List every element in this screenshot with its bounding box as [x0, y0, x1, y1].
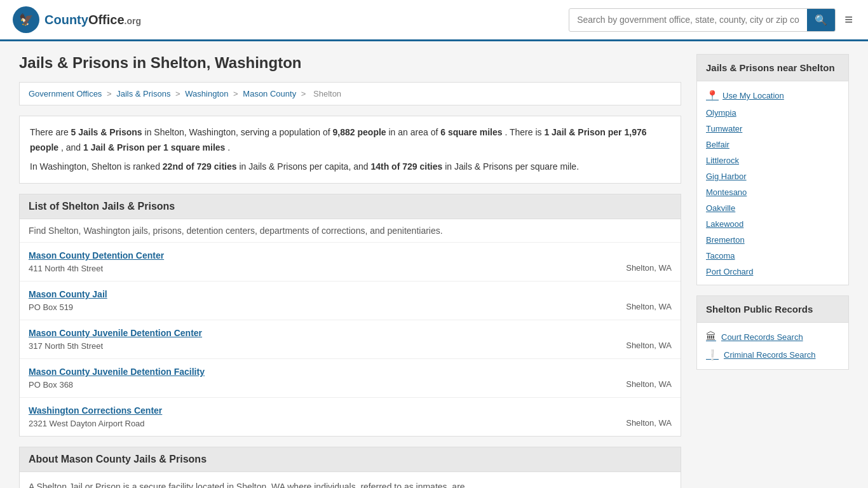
facility-address: PO Box 368 — [29, 380, 73, 390]
list-description: Find Shelton, Washington jails, prisons,… — [20, 219, 681, 243]
facility-name[interactable]: Mason County Jail — [29, 289, 613, 299]
sidebar-city-link[interactable]: Olympia — [697, 105, 848, 121]
header: 🦅 CountyOffice.org 🔍 ≡ — [0, 0, 868, 41]
rank-1: 22nd of 729 cities — [163, 161, 237, 172]
population: 9,882 people — [333, 127, 386, 137]
public-record-link[interactable]: 🏛Court Records Search — [697, 328, 848, 346]
facility-name[interactable]: Mason County Detention Center — [29, 250, 613, 261]
per-sq: 1 Jail & Prison per 1 square miles — [83, 142, 225, 152]
facility-name[interactable]: Mason County Juvenile Detention Center — [29, 328, 613, 338]
facility-info: Mason County Detention Center 411 North … — [29, 250, 613, 273]
search-bar: 🔍 — [569, 8, 836, 32]
table-row: Washington Corrections Center 2321 West … — [20, 398, 681, 436]
search-input[interactable] — [569, 10, 807, 30]
facility-list-container: Find Shelton, Washington jails, prisons,… — [19, 219, 681, 437]
facility-city: Shelton, WA — [613, 250, 672, 273]
table-row: Mason County Juvenile Detention Facility… — [20, 359, 681, 398]
facility-city: Shelton, WA — [613, 328, 672, 350]
public-records-links: 🏛Court Records Search❕Criminal Records S… — [697, 323, 848, 369]
info-block: There are 5 Jails & Prisons in Shelton, … — [19, 116, 681, 184]
facility-city: Shelton, WA — [613, 367, 672, 389]
use-location-label: Use My Location — [722, 91, 784, 100]
sidebar-city-link[interactable]: Bremerton — [697, 232, 848, 248]
table-row: Mason County Jail PO Box 519 Shelton, WA — [20, 281, 681, 320]
breadcrumb-gov-offices[interactable]: Government Offices — [29, 89, 102, 98]
public-record-link[interactable]: ❕Criminal Records Search — [697, 346, 848, 364]
info-paragraph-2: In Washington, Shelton is ranked 22nd of… — [30, 159, 670, 175]
page-title: Jails & Prisons in Shelton, Washington — [19, 54, 681, 72]
header-right: 🔍 ≡ — [569, 8, 855, 32]
facility-info: Mason County Juvenile Detention Facility… — [29, 367, 613, 390]
facility-info: Washington Corrections Center 2321 West … — [29, 405, 613, 428]
public-records-title: Shelton Public Records — [697, 296, 848, 323]
info-paragraph-1: There are 5 Jails & Prisons in Shelton, … — [30, 125, 670, 156]
search-button[interactable]: 🔍 — [807, 9, 835, 31]
logo-icon: 🦅 — [13, 6, 39, 33]
logo-area: 🦅 CountyOffice.org — [13, 6, 141, 33]
pub-record-icon: ❕ — [706, 349, 719, 361]
about-section-header: About Mason County Jails & Prisons — [19, 447, 681, 472]
nearby-cities-list: OlympiaTumwaterBelfairLittlerockGig Harb… — [697, 105, 848, 280]
sidebar-city-link[interactable]: Oakville — [697, 200, 848, 216]
pub-record-label: Court Records Search — [721, 332, 803, 342]
sidebar-city-link[interactable]: Tacoma — [697, 248, 848, 264]
rank-2: 14th of 729 cities — [370, 161, 442, 172]
facility-info: Mason County Juvenile Detention Center 3… — [29, 328, 613, 351]
facility-city: Shelton, WA — [613, 289, 672, 311]
facility-name[interactable]: Washington Corrections Center — [29, 405, 613, 416]
sidebar-city-link[interactable]: Tumwater — [697, 121, 848, 137]
facilities-count: 5 Jails & Prisons — [71, 127, 142, 137]
logo-text: CountyOffice.org — [44, 13, 141, 27]
area: 6 square miles — [440, 127, 502, 137]
sidebar-city-link[interactable]: Gig Harbor — [697, 168, 848, 184]
facility-name[interactable]: Mason County Juvenile Detention Facility — [29, 367, 613, 377]
about-section-content: A Shelton Jail or Prison is a secure fac… — [19, 472, 681, 488]
facility-address: PO Box 519 — [29, 302, 73, 312]
sidebar-city-link[interactable]: Port Orchard — [697, 264, 848, 280]
breadcrumb-washington[interactable]: Washington — [185, 89, 228, 98]
content-area: Jails & Prisons in Shelton, Washington G… — [19, 54, 681, 488]
location-icon: 📍 — [706, 90, 719, 102]
sidebar-city-link[interactable]: Montesano — [697, 184, 848, 200]
sidebar: Jails & Prisons near Shelton 📍 Use My Lo… — [696, 54, 849, 488]
nearby-section: Jails & Prisons near Shelton 📍 Use My Lo… — [696, 54, 849, 285]
facility-address: 2321 West Dayton Airport Road — [29, 419, 145, 428]
use-location-link[interactable]: 📍 Use My Location — [697, 86, 848, 105]
sidebar-city-link[interactable]: Belfair — [697, 137, 848, 152]
nearby-title: Jails & Prisons near Shelton — [697, 55, 848, 81]
table-row: Mason County Detention Center 411 North … — [20, 243, 681, 281]
breadcrumb-jails[interactable]: Jails & Prisons — [116, 89, 170, 98]
public-records-section: Shelton Public Records 🏛Court Records Se… — [696, 295, 849, 370]
breadcrumb: Government Offices > Jails & Prisons > W… — [19, 82, 681, 105]
main-container: Jails & Prisons in Shelton, Washington G… — [0, 41, 868, 488]
breadcrumb-shelton: Shelton — [313, 89, 341, 98]
list-section-header: List of Shelton Jails & Prisons — [19, 194, 681, 219]
breadcrumb-mason-county[interactable]: Mason County — [243, 89, 296, 98]
pub-record-icon: 🏛 — [706, 331, 716, 342]
facility-address: 317 North 5th Street — [29, 341, 103, 351]
sidebar-links: 📍 Use My Location OlympiaTumwaterBelfair… — [697, 81, 848, 285]
pub-record-label: Criminal Records Search — [724, 350, 816, 360]
facility-info: Mason County Jail PO Box 519 — [29, 289, 613, 312]
sidebar-city-link[interactable]: Lakewood — [697, 216, 848, 232]
table-row: Mason County Juvenile Detention Center 3… — [20, 320, 681, 359]
facility-city: Shelton, WA — [613, 405, 672, 428]
facility-address: 411 North 4th Street — [29, 264, 103, 273]
menu-button[interactable]: ≡ — [842, 9, 855, 30]
facility-list: Mason County Detention Center 411 North … — [20, 243, 681, 436]
sidebar-city-link[interactable]: Littlerock — [697, 152, 848, 168]
